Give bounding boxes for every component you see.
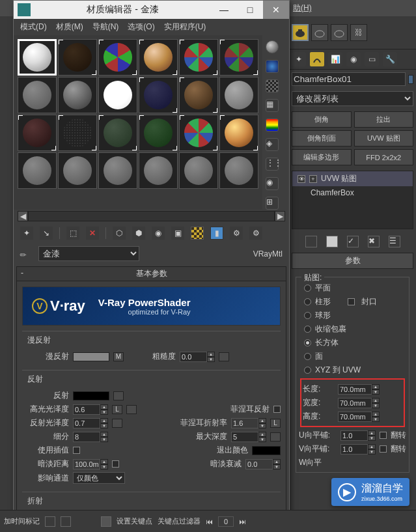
map-cyl-radio[interactable] [304,298,311,305]
tag-icon[interactable] [45,516,55,527]
put-lib-icon[interactable]: ⬢ [132,227,145,240]
sample-uv-icon[interactable]: ▦ [266,99,279,112]
material-name-select[interactable]: 金漆 [38,246,139,261]
spin-up[interactable]: ▲ [372,384,380,389]
preview-icon[interactable]: ◈ [266,138,279,151]
create-tab-icon[interactable]: ✦ [292,52,306,66]
spin-down[interactable]: ▼ [372,417,380,422]
maxdepth-input[interactable] [231,432,258,442]
sample-slot[interactable] [18,39,57,76]
sample-slot[interactable] [139,77,178,113]
vtile-input[interactable] [340,444,368,455]
go-forward-icon[interactable]: ⚙ [249,227,262,240]
spin-down[interactable]: ▼ [372,389,380,395]
useinterp-check[interactable] [73,447,80,454]
dimfall-input[interactable] [245,459,273,469]
close-button[interactable]: ✕ [263,1,289,19]
sample-slot[interactable] [98,115,137,151]
sample-slot[interactable] [98,152,137,189]
roughness-map-button[interactable] [219,352,229,361]
teapot3-icon[interactable] [331,24,348,41]
sample-slot[interactable] [98,77,137,113]
unique-icon[interactable]: ✓ [347,236,359,247]
modifier-list-dropdown[interactable]: 修改器列表 [292,91,413,106]
sample-slot[interactable] [58,39,97,76]
sample-slot[interactable] [139,152,178,189]
sample-slot[interactable] [179,77,218,113]
sample-slot[interactable] [98,39,137,76]
backlight-icon[interactable] [266,60,279,73]
motion-tab-icon[interactable]: ◉ [346,52,361,66]
setkey-label[interactable]: 设置关键点 [117,516,152,526]
reflect-swatch[interactable] [73,391,109,400]
object-name-field[interactable] [292,72,406,86]
exitcolor-swatch[interactable] [252,446,281,455]
length-input[interactable] [338,384,372,395]
menu-material[interactable]: 材质(M) [56,21,83,33]
pin-icon[interactable] [305,236,317,247]
assign-icon[interactable]: ⬚ [66,227,79,240]
cap-check[interactable] [348,298,355,305]
teapot-icon[interactable] [292,24,309,41]
spin-up[interactable]: ▲ [372,398,380,403]
menu-options[interactable]: 选项(O) [128,21,154,33]
hilight-lock-button[interactable]: L [112,405,122,414]
hilight-input[interactable] [73,404,100,415]
params-rollout-header[interactable]: 参数 [292,253,413,269]
sample-slot[interactable] [18,77,57,113]
util-tab-icon[interactable]: 🔧 [383,52,397,66]
sample-slot[interactable] [179,152,218,189]
roughness-input[interactable] [180,352,207,362]
chain-icon[interactable]: ⛓ [350,24,367,41]
utile-input[interactable] [340,430,368,441]
minimize-button[interactable]: — [211,1,237,19]
menu-nav[interactable]: 导航(N) [92,21,119,33]
scroll-left-icon[interactable]: ◀ [18,211,28,221]
modify-tab-icon[interactable] [310,52,324,66]
menu-util[interactable]: 实用程序(U) [164,21,206,33]
reflgloss-input[interactable] [73,418,100,428]
height-input[interactable] [338,412,372,422]
subdiv-input[interactable] [73,432,100,442]
map-face-radio[interactable] [304,353,311,360]
extrude-button[interactable]: 拉出 [354,111,414,128]
frame-box[interactable]: 0 [218,516,234,527]
diffuse-swatch[interactable] [73,352,109,361]
teapot2-icon[interactable] [311,24,328,41]
select-by-mat-icon[interactable]: ◉ [266,177,279,190]
go-parent-icon[interactable]: ▮ [210,227,223,240]
show-icon[interactable]: ∥ [326,236,338,247]
eyedropper-icon[interactable]: ✎ [18,244,36,262]
fresnel-check[interactable] [273,406,281,413]
ffd-button[interactable]: FFD 2x2x2 [354,149,414,165]
next-key-icon[interactable]: ⏭ [239,518,246,525]
stack-item-chamferbox[interactable]: ChamferBox [292,186,413,199]
mat-effects-icon[interactable]: ◉ [152,227,165,240]
tag2-icon[interactable] [61,516,71,527]
scroll-right-icon[interactable]: ▶ [275,211,285,221]
eye-icon[interactable]: 👁 [298,175,305,183]
sample-slot[interactable] [219,77,258,113]
sample-slot[interactable] [179,39,218,76]
object-color-swatch[interactable] [408,75,413,84]
sample-slot[interactable] [139,115,178,151]
put-mat-icon[interactable]: ↘ [40,227,53,240]
prev-key-icon[interactable]: ⏮ [206,518,213,525]
options-icon[interactable]: ⋮⋮ [266,158,279,171]
sample-slot[interactable] [18,115,57,151]
hierarchy-tab-icon[interactable]: 📊 [328,52,342,66]
reflgloss-map-button[interactable] [112,419,122,428]
material-type-button[interactable]: VRayMtl [253,249,283,259]
spin-down[interactable]: ▼ [372,403,380,408]
sample-slot[interactable] [139,39,178,76]
mat-id-icon[interactable]: ⊞ [266,197,279,210]
menu-mode[interactable]: 模式(D) [20,21,47,33]
sample-slot[interactable] [58,77,97,113]
map-box-radio[interactable] [304,339,311,346]
sample-slot[interactable] [179,115,218,151]
video-check-icon[interactable] [266,119,279,132]
modifier-stack[interactable]: 👁 + UVW 贴图 ChamferBox [292,171,413,229]
uvw-map-button[interactable]: UVW 贴图 [354,130,414,147]
maximize-button[interactable]: □ [237,1,263,19]
get-mat-icon[interactable]: ✦ [20,227,33,240]
